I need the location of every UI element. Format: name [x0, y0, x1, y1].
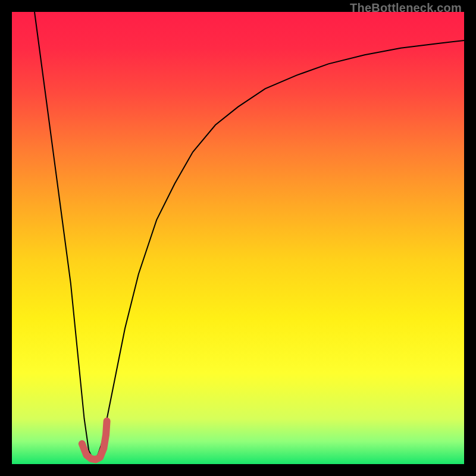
chart-background — [12, 12, 464, 464]
chart-svg — [12, 12, 464, 464]
chart-frame: TheBottleneck.com — [0, 0, 476, 476]
